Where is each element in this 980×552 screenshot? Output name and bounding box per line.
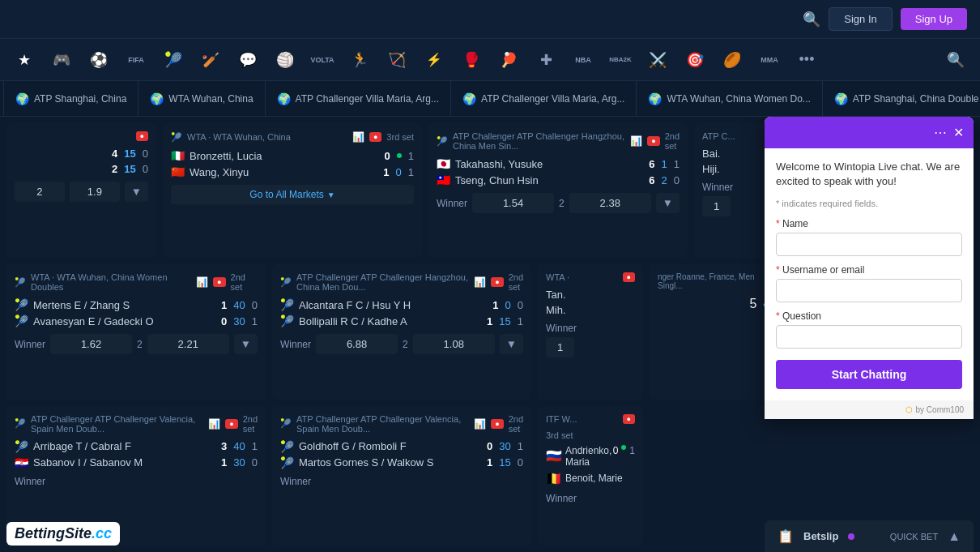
league-tab-atp-challenger2[interactable]: 🌍 ATP Challenger Villa Maria, Arg... bbox=[451, 81, 637, 117]
all-markets-button[interactable]: Go to All Markets ▼ bbox=[171, 185, 414, 204]
league-tab-label: WTA Wuhan, China bbox=[168, 93, 253, 105]
score-game2: 1 bbox=[252, 315, 258, 327]
expand-btn[interactable]: ▼ bbox=[125, 182, 148, 202]
expand-btn[interactable]: ▼ bbox=[656, 193, 680, 213]
chat-header-actions: ⋯ ✕ bbox=[934, 125, 964, 140]
card-header-right: 📊 ● 2nd set bbox=[630, 131, 680, 151]
sport-icon-nba2k[interactable]: NBA2K bbox=[603, 42, 638, 78]
card-header-left: 🎾 WTA · WTA Wuhan, China bbox=[171, 132, 291, 143]
sport-icon-volta[interactable]: VOLTA bbox=[305, 42, 340, 78]
league-tab-atp-challenger1[interactable]: 🌍 ATP Challenger Villa Maria, Arg... bbox=[266, 81, 451, 117]
sport-icon-mma[interactable]: MMA bbox=[752, 42, 787, 78]
sport-icon-search-right[interactable]: 🔍 bbox=[938, 42, 974, 78]
sport-icon-archery[interactable]: 🏹 bbox=[379, 42, 415, 78]
expand-btn[interactable]: ▼ bbox=[234, 334, 258, 354]
score1: 1 bbox=[221, 299, 227, 311]
sport-icon-more[interactable]: ••• bbox=[789, 42, 824, 78]
card-header-right: 📊 ● 2nd set bbox=[474, 272, 523, 292]
odds-btn-1[interactable]: 2 bbox=[15, 182, 65, 202]
score-set2: 30 bbox=[233, 456, 245, 469]
chat-question-label: * Question bbox=[776, 310, 962, 322]
start-chatting-button[interactable]: Start Chatting bbox=[776, 360, 962, 389]
sport-icon-fifa[interactable]: FIFA bbox=[118, 42, 154, 78]
score2: 0 bbox=[221, 315, 227, 327]
odds-btn[interactable]: 1 bbox=[702, 196, 731, 216]
sport-icon-nba[interactable]: NBA bbox=[565, 42, 601, 78]
sport-icon-cricket[interactable]: 🏏 bbox=[193, 42, 228, 78]
league-tab-atp-shanghai[interactable]: 🌍 ATP Shanghai, China bbox=[3, 81, 138, 117]
sport-icon-tennis[interactable]: 🎾 bbox=[156, 42, 191, 78]
sport-icon-cross[interactable]: ✚ bbox=[528, 42, 564, 78]
live-badge: ● bbox=[225, 419, 237, 429]
main-content: ● 4 15 0 2 15 0 2 1.9 ▼ 🎾 bbox=[0, 117, 980, 552]
league-tab-wta-wuhan[interactable]: 🌍 WTA Wuhan, China bbox=[138, 81, 265, 117]
score-game2: 0 bbox=[518, 456, 523, 469]
sport-icon-boxing[interactable]: 🥊 bbox=[454, 42, 489, 78]
partial-right-card3: ITF W... ● 3rd set 🇷🇺 Andrienko, Maria 0… bbox=[538, 406, 643, 546]
score1: 0 bbox=[487, 440, 492, 452]
betslip-dot bbox=[848, 533, 854, 540]
expand-btn[interactable]: ▼ bbox=[500, 334, 523, 354]
sport-icon-slash[interactable]: ⚡ bbox=[416, 42, 452, 78]
odds-btn-2[interactable]: 1.9 bbox=[70, 182, 120, 202]
team1-flag: 🎾 bbox=[15, 298, 28, 311]
sport-icon-favorites[interactable]: ★ bbox=[6, 42, 42, 78]
odds-btn[interactable]: 1 bbox=[546, 337, 574, 357]
leagues-bar: 🌍 ATP Shanghai, China 🌍 WTA Wuhan, China… bbox=[0, 81, 980, 117]
sport-icon-game[interactable]: 🎯 bbox=[677, 42, 713, 78]
sport-icon-tabletennis[interactable]: 🏓 bbox=[491, 42, 526, 78]
sport-icon-chat[interactable]: 💬 bbox=[230, 42, 266, 78]
card-header-right: 📊 ● 3rd set bbox=[352, 131, 414, 143]
team1-scores: 1 0 0 bbox=[492, 299, 523, 311]
league-tab-wta-double[interactable]: 🌍 WTA Wuhan, China Women Do... bbox=[637, 81, 822, 117]
stats-icon: 📊 bbox=[196, 276, 208, 288]
chat-name-input[interactable] bbox=[776, 233, 962, 256]
signin-button[interactable]: Sign In bbox=[829, 7, 892, 31]
card-header: 🎾 ATP Challenger ATP Challenger Valencia… bbox=[15, 414, 258, 434]
team1-score: 4 bbox=[112, 148, 117, 160]
sport-icon-esports[interactable]: 🎮 bbox=[44, 42, 79, 78]
chat-username-input[interactable] bbox=[776, 279, 962, 302]
chat-ellipsis-button[interactable]: ⋯ bbox=[934, 125, 947, 140]
score2: 1 bbox=[487, 315, 492, 327]
league-tab-atp-double[interactable]: 🌍 ATP Shanghai, China Double bbox=[823, 81, 980, 117]
comm100-icon: ⬡ bbox=[905, 405, 913, 414]
score-set2: 30 bbox=[233, 315, 245, 327]
sport-icon-rugby[interactable]: 🏉 bbox=[714, 42, 750, 78]
odds-btn-1[interactable]: 1.54 bbox=[472, 193, 554, 213]
sport-icon-soccer[interactable]: ⚽ bbox=[81, 42, 117, 78]
odds-btn-2[interactable]: 2.21 bbox=[147, 334, 229, 354]
score-set1: 30 bbox=[499, 440, 510, 452]
score2: 1 bbox=[221, 456, 227, 469]
divider: 2 bbox=[137, 339, 143, 350]
chat-username-field: * Username or email bbox=[776, 264, 962, 302]
chat-close-button[interactable]: ✕ bbox=[953, 125, 964, 140]
score-set2: 2 bbox=[662, 174, 667, 186]
signup-button[interactable]: Sign Up bbox=[901, 8, 967, 30]
team2-scores: 1 30 0 bbox=[221, 456, 258, 469]
sport-icon-sword[interactable]: ⚔️ bbox=[640, 42, 675, 78]
score1: 0 bbox=[385, 150, 390, 162]
team1-scores: 0 1 bbox=[385, 150, 414, 162]
card-header-right: 📊 ● 2nd set bbox=[474, 414, 523, 434]
league-name: ATP Challenger ATP Challenger Hangzhou, … bbox=[453, 131, 630, 151]
chat-question-input[interactable] bbox=[776, 325, 962, 349]
sport-icon-run[interactable]: 🏃 bbox=[342, 42, 377, 78]
itf-league: ITF W... bbox=[546, 414, 577, 424]
team1-flag: 🎾 bbox=[280, 440, 294, 453]
odds-btn-1[interactable]: 1.62 bbox=[50, 334, 132, 354]
team2-scores: 1 0 1 bbox=[383, 166, 414, 178]
search-button[interactable]: 🔍 bbox=[803, 11, 820, 28]
league-label: nger Roanne, France, Men Singl... bbox=[658, 272, 779, 290]
sports-bar: ★ 🎮 ⚽ FIFA 🎾 🏏 💬 🏐 VOLTA 🏃 🏹 ⚡ 🥊 🏓 ✚ NBA… bbox=[0, 39, 980, 81]
sport-icon-volleyball[interactable]: 🏐 bbox=[267, 42, 303, 78]
winner-label: Winner bbox=[15, 339, 45, 350]
league-name: WTA · WTA Wuhan, China bbox=[187, 132, 291, 142]
betslip-bar[interactable]: 📋 Betslip QUICK BET ▲ bbox=[765, 520, 974, 552]
odds-btn-2[interactable]: 2.38 bbox=[569, 193, 651, 213]
team2-game: 0 bbox=[143, 163, 148, 175]
odds-btn-2[interactable]: 1.08 bbox=[413, 334, 495, 354]
stats-icon: 📊 bbox=[208, 418, 220, 430]
s1: 5 bbox=[749, 297, 756, 311]
odds-btn-1[interactable]: 6.88 bbox=[316, 334, 398, 354]
